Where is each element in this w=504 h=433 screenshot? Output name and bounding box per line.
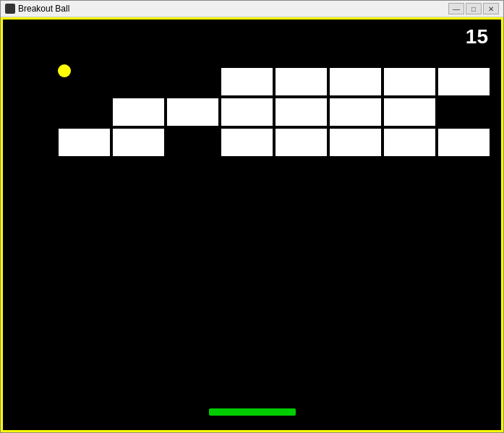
paddle — [209, 408, 296, 416]
brick-1-2 — [166, 97, 220, 127]
title-bar: Breakout Ball — □ ✕ — [1, 1, 503, 17]
score-display: 15 — [466, 25, 488, 48]
brick-2-1 — [111, 127, 166, 158]
brick-1-3 — [220, 97, 274, 127]
brick-row-1 — [57, 97, 491, 127]
maximize-button[interactable]: □ — [466, 3, 482, 14]
brick-2-2 — [166, 127, 220, 158]
brick-row-2 — [57, 127, 491, 158]
brick-2-0 — [57, 127, 111, 158]
brick-1-4 — [274, 97, 328, 127]
brick-2-6 — [383, 127, 437, 158]
brick-0-4 — [274, 67, 328, 97]
minimize-button[interactable]: — — [448, 3, 464, 14]
brick-0-6 — [383, 67, 437, 97]
title-bar-text: Breakout Ball — [18, 4, 448, 14]
brick-row-0 — [57, 67, 491, 97]
brick-0-3 — [220, 67, 274, 97]
app-window: Breakout Ball — □ ✕ 15 — [0, 0, 504, 433]
window-controls: — □ ✕ — [448, 3, 499, 14]
brick-1-7 — [437, 97, 491, 127]
brick-0-0 — [57, 67, 111, 97]
brick-2-3 — [220, 127, 274, 158]
brick-0-5 — [328, 67, 383, 97]
brick-0-2 — [166, 67, 220, 97]
brick-2-5 — [328, 127, 383, 158]
brick-2-4 — [274, 127, 328, 158]
brick-1-5 — [328, 97, 383, 127]
brick-0-1 — [111, 67, 166, 97]
app-icon — [5, 4, 15, 14]
close-button[interactable]: ✕ — [483, 3, 499, 14]
brick-0-7 — [437, 67, 491, 97]
bricks-container — [57, 67, 491, 158]
brick-1-6 — [383, 97, 437, 127]
brick-1-1 — [111, 97, 166, 127]
brick-2-7 — [437, 127, 491, 158]
brick-1-0 — [57, 97, 111, 127]
game-area: 15 — [1, 17, 503, 432]
